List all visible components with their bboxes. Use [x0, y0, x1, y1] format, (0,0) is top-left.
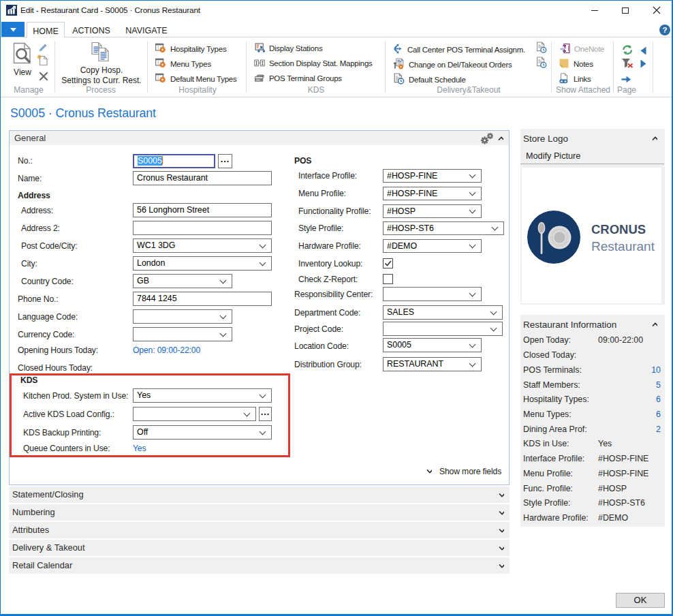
svg-text:N: N	[563, 45, 567, 52]
svg-text:?: ?	[662, 26, 667, 34]
svg-text:Restaurant: Restaurant	[591, 239, 655, 253]
svg-text:CRONUS: CRONUS	[591, 222, 646, 236]
